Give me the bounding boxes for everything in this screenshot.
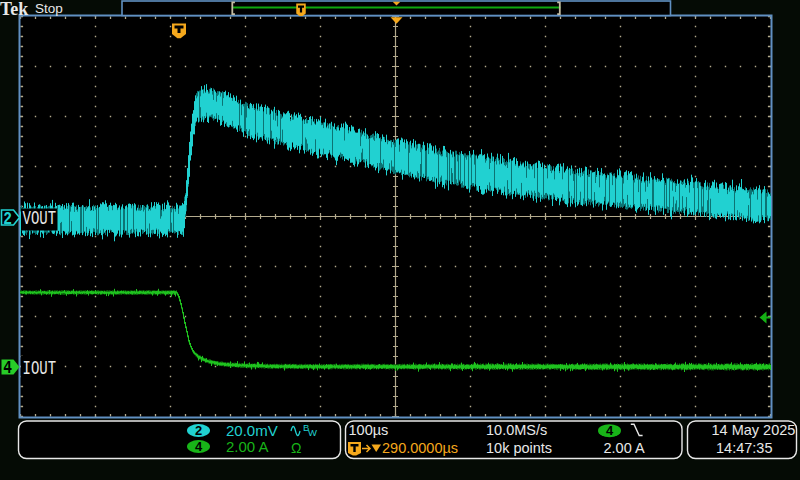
svg-text:Stop: Stop	[35, 1, 63, 16]
svg-text:2: 2	[195, 423, 202, 438]
svg-text:14:47:35: 14:47:35	[716, 440, 772, 456]
svg-text:Tek: Tek	[0, 0, 28, 19]
svg-text:100µs: 100µs	[349, 422, 389, 438]
svg-text:2: 2	[3, 208, 12, 229]
svg-text:IOUT: IOUT	[23, 357, 57, 381]
svg-text:4: 4	[606, 423, 614, 438]
svg-text:2.00 A: 2.00 A	[226, 438, 269, 455]
svg-text:Ω: Ω	[291, 440, 301, 456]
svg-text:2.00 A: 2.00 A	[604, 440, 645, 456]
svg-text:VOUT: VOUT	[23, 207, 57, 231]
svg-text:290.0000µs: 290.0000µs	[382, 440, 458, 456]
svg-text:10k points: 10k points	[486, 440, 552, 456]
svg-text:14 May 2025: 14 May 2025	[712, 422, 796, 438]
svg-text:4: 4	[3, 357, 12, 378]
svg-text:10.0MS/s: 10.0MS/s	[486, 422, 547, 438]
svg-text:W: W	[308, 427, 317, 438]
svg-text:20.0mV: 20.0mV	[226, 422, 278, 439]
svg-text:4: 4	[195, 439, 203, 454]
